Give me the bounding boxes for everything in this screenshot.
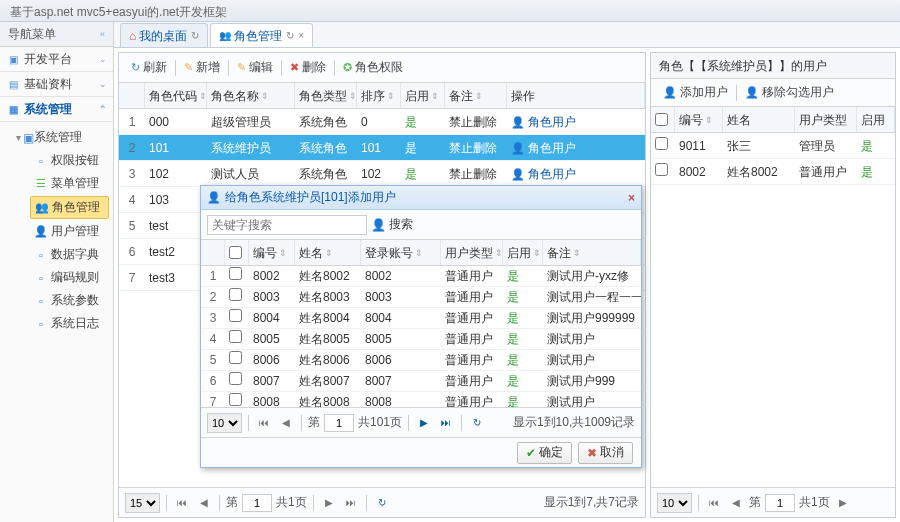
col-en[interactable]: 启用: [857, 107, 895, 132]
col-name[interactable]: 角色名称⇕: [207, 83, 295, 108]
page-prev-button[interactable]: ◀: [277, 414, 295, 432]
role-user-button[interactable]: 👤角色用户: [511, 109, 576, 134]
page-prev-button[interactable]: ◀: [195, 494, 213, 512]
add-user-button[interactable]: 👤添加用户: [657, 82, 734, 103]
col-enabled[interactable]: 启用⇕: [401, 83, 445, 108]
user-add-icon: 👤: [663, 86, 677, 99]
page-next-button[interactable]: ▶: [415, 414, 433, 432]
tree-item-code[interactable]: ▫编码规则: [34, 266, 113, 289]
check-all[interactable]: [655, 113, 668, 126]
edit-button[interactable]: ✎编辑: [231, 57, 279, 78]
col-no[interactable]: 编号⇕: [249, 240, 295, 265]
remove-user-button[interactable]: 👤移除勾选用户: [739, 82, 840, 103]
add-button[interactable]: ✎新增: [178, 57, 226, 78]
tab-close-icon[interactable]: ×: [298, 24, 304, 48]
table-row[interactable]: 1000超级管理员系统角色0是禁止删除👤角色用户: [119, 109, 645, 135]
ok-button[interactable]: ✔确定: [517, 442, 572, 464]
col-name[interactable]: 姓名⇕: [295, 240, 361, 265]
col-name[interactable]: 姓名: [723, 107, 795, 132]
check-all[interactable]: [229, 246, 242, 259]
page-next-button[interactable]: ▶: [834, 494, 852, 512]
row-check[interactable]: [229, 372, 242, 385]
tree-item-dict[interactable]: ▫数据字典: [34, 243, 113, 266]
table-row[interactable]: 28003姓名80038003普通用户是测试用户一程一一: [201, 287, 641, 308]
page-last-button[interactable]: ⏭: [437, 414, 455, 432]
tree-item-user[interactable]: 👤用户管理: [34, 220, 113, 243]
search-input[interactable]: [207, 215, 367, 235]
col-check[interactable]: [225, 240, 249, 265]
row-check[interactable]: [229, 351, 242, 364]
row-check[interactable]: [229, 267, 242, 280]
delete-button[interactable]: ✖删除: [284, 57, 332, 78]
col-type[interactable]: 角色类型⇕: [295, 83, 357, 108]
tab-desktop[interactable]: ⌂我的桌面↻: [120, 23, 208, 47]
nav-group-sys[interactable]: ▦系统管理⌃: [0, 97, 113, 122]
sidebar: 导航菜单 « ▣开发平台⌄ ▤基础资料⌄ ▦系统管理⌃ ▾▣系统管理 ▫权限按钮…: [0, 22, 114, 522]
table-row[interactable]: 8002姓名8002普通用户是: [651, 159, 895, 185]
tree-item-log[interactable]: ▫系统日志: [34, 312, 113, 335]
table-row[interactable]: 78008姓名80088008普通用户是测试用户: [201, 392, 641, 407]
col-code[interactable]: 角色代码⇕: [145, 83, 207, 108]
table-row[interactable]: 9011张三管理员是: [651, 133, 895, 159]
page-first-button[interactable]: ⏮: [705, 494, 723, 512]
folder-icon: ▣: [6, 52, 20, 66]
page-last-button[interactable]: ⏭: [342, 494, 360, 512]
col-no[interactable]: 编号⇕: [675, 107, 723, 132]
page-first-button[interactable]: ⏮: [173, 494, 191, 512]
role-user-button[interactable]: 👤角色用户: [511, 161, 576, 186]
table-row[interactable]: 3102测试人员系统角色102是禁止删除👤角色用户: [119, 161, 645, 187]
col-note[interactable]: 备注⇕: [543, 240, 641, 265]
tab-role[interactable]: 👥角色管理↻×: [210, 23, 313, 47]
role-user-button[interactable]: 👤角色用户: [511, 135, 576, 160]
tab-refresh-icon[interactable]: ↻: [191, 24, 199, 48]
table-row[interactable]: 38004姓名80048004普通用户是测试用户999999: [201, 308, 641, 329]
page-refresh-button[interactable]: ↻: [373, 494, 391, 512]
chevron-icon: ⌄: [99, 72, 107, 97]
perm-button[interactable]: ✪角色权限: [337, 57, 409, 78]
dialog-title[interactable]: 👤 给角色系统维护员[101]添加用户 ×: [201, 186, 641, 210]
tree-root[interactable]: ▾▣系统管理: [16, 126, 113, 149]
col-note[interactable]: 备注⇕: [445, 83, 507, 108]
sort-icon: ⇕: [279, 240, 287, 265]
col-en[interactable]: 启用⇕: [503, 240, 543, 265]
sort-icon: ⇕: [431, 83, 439, 108]
search-button[interactable]: 👤搜索: [371, 216, 413, 233]
row-check[interactable]: [229, 393, 242, 406]
page-prev-button[interactable]: ◀: [727, 494, 745, 512]
col-check[interactable]: [651, 107, 675, 132]
nav-group-dev[interactable]: ▣开发平台⌄: [0, 47, 113, 72]
tree-item-role[interactable]: 👥角色管理: [30, 196, 109, 219]
col-sort[interactable]: 排序⇕: [357, 83, 401, 108]
page-refresh-button[interactable]: ↻: [468, 414, 486, 432]
dialog-close-button[interactable]: ×: [628, 191, 635, 205]
collapse-icon[interactable]: «: [100, 22, 105, 47]
cancel-button[interactable]: ✖取消: [578, 442, 633, 464]
table-row[interactable]: 48005姓名80058005普通用户是测试用户: [201, 329, 641, 350]
tree-item-perm[interactable]: ▫权限按钮: [34, 149, 113, 172]
page-input[interactable]: [765, 494, 795, 512]
page-input[interactable]: [242, 494, 272, 512]
page-first-button[interactable]: ⏮: [255, 414, 273, 432]
row-check[interactable]: [655, 163, 668, 176]
table-row[interactable]: 68007姓名80078007普通用户是测试用户999: [201, 371, 641, 392]
page-input[interactable]: [324, 414, 354, 432]
row-check[interactable]: [229, 330, 242, 343]
table-row[interactable]: 58006姓名80068006普通用户是测试用户: [201, 350, 641, 371]
page-size-select[interactable]: 15: [125, 493, 160, 513]
col-login[interactable]: 登录账号⇕: [361, 240, 441, 265]
refresh-button[interactable]: ↻刷新: [125, 57, 173, 78]
col-type[interactable]: 用户类型⇕: [441, 240, 503, 265]
page-size-select[interactable]: 10: [657, 493, 692, 513]
row-check[interactable]: [229, 288, 242, 301]
row-check[interactable]: [229, 309, 242, 322]
table-row[interactable]: 18002姓名80028002普通用户是测试用户-yxz修: [201, 266, 641, 287]
tab-refresh-icon[interactable]: ↻: [286, 24, 294, 48]
tree-item-param[interactable]: ▫系统参数: [34, 289, 113, 312]
col-type[interactable]: 用户类型: [795, 107, 857, 132]
page-size-select[interactable]: 10: [207, 413, 242, 433]
table-row[interactable]: 2101系统维护员系统角色101是禁止删除👤角色用户: [119, 135, 645, 161]
page-next-button[interactable]: ▶: [320, 494, 338, 512]
row-check[interactable]: [655, 137, 668, 150]
tree-item-menu[interactable]: ☰菜单管理: [34, 172, 113, 195]
nav-group-base[interactable]: ▤基础资料⌄: [0, 72, 113, 97]
